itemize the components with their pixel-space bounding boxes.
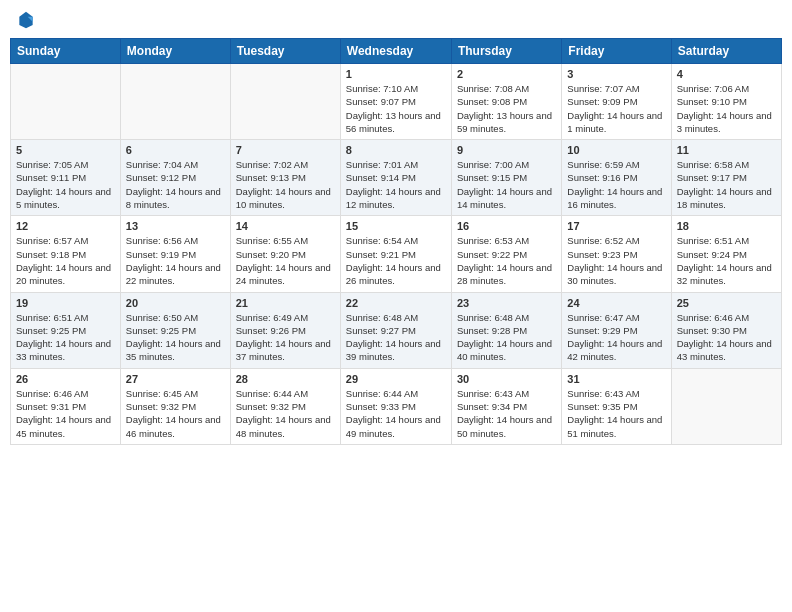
day-info: Sunrise: 7:06 AM Sunset: 9:10 PM Dayligh… — [677, 82, 776, 135]
calendar-cell: 17Sunrise: 6:52 AM Sunset: 9:23 PM Dayli… — [562, 216, 671, 292]
calendar-cell: 27Sunrise: 6:45 AM Sunset: 9:32 PM Dayli… — [120, 368, 230, 444]
day-info: Sunrise: 6:46 AM Sunset: 9:30 PM Dayligh… — [677, 311, 776, 364]
calendar-cell: 7Sunrise: 7:02 AM Sunset: 9:13 PM Daylig… — [230, 140, 340, 216]
calendar-cell: 19Sunrise: 6:51 AM Sunset: 9:25 PM Dayli… — [11, 292, 121, 368]
day-number: 8 — [346, 144, 446, 156]
day-info: Sunrise: 6:52 AM Sunset: 9:23 PM Dayligh… — [567, 234, 665, 287]
weekday-header-friday: Friday — [562, 39, 671, 64]
logo-icon — [16, 10, 36, 30]
day-info: Sunrise: 6:57 AM Sunset: 9:18 PM Dayligh… — [16, 234, 115, 287]
day-number: 29 — [346, 373, 446, 385]
weekday-header-row: SundayMondayTuesdayWednesdayThursdayFrid… — [11, 39, 782, 64]
calendar-cell: 11Sunrise: 6:58 AM Sunset: 9:17 PM Dayli… — [671, 140, 781, 216]
calendar-cell: 25Sunrise: 6:46 AM Sunset: 9:30 PM Dayli… — [671, 292, 781, 368]
day-number: 15 — [346, 220, 446, 232]
day-number: 6 — [126, 144, 225, 156]
calendar-cell: 5Sunrise: 7:05 AM Sunset: 9:11 PM Daylig… — [11, 140, 121, 216]
day-info: Sunrise: 7:02 AM Sunset: 9:13 PM Dayligh… — [236, 158, 335, 211]
calendar-cell — [230, 64, 340, 140]
calendar-cell — [11, 64, 121, 140]
day-number: 4 — [677, 68, 776, 80]
day-number: 14 — [236, 220, 335, 232]
calendar-week-row: 12Sunrise: 6:57 AM Sunset: 9:18 PM Dayli… — [11, 216, 782, 292]
calendar-cell: 8Sunrise: 7:01 AM Sunset: 9:14 PM Daylig… — [340, 140, 451, 216]
day-info: Sunrise: 6:58 AM Sunset: 9:17 PM Dayligh… — [677, 158, 776, 211]
day-info: Sunrise: 6:45 AM Sunset: 9:32 PM Dayligh… — [126, 387, 225, 440]
logo — [14, 10, 36, 30]
day-number: 31 — [567, 373, 665, 385]
weekday-header-monday: Monday — [120, 39, 230, 64]
calendar-cell: 4Sunrise: 7:06 AM Sunset: 9:10 PM Daylig… — [671, 64, 781, 140]
day-number: 11 — [677, 144, 776, 156]
day-info: Sunrise: 7:05 AM Sunset: 9:11 PM Dayligh… — [16, 158, 115, 211]
calendar-cell: 10Sunrise: 6:59 AM Sunset: 9:16 PM Dayli… — [562, 140, 671, 216]
calendar-cell: 28Sunrise: 6:44 AM Sunset: 9:32 PM Dayli… — [230, 368, 340, 444]
day-number: 5 — [16, 144, 115, 156]
day-info: Sunrise: 6:59 AM Sunset: 9:16 PM Dayligh… — [567, 158, 665, 211]
day-info: Sunrise: 6:44 AM Sunset: 9:32 PM Dayligh… — [236, 387, 335, 440]
calendar-cell: 9Sunrise: 7:00 AM Sunset: 9:15 PM Daylig… — [451, 140, 561, 216]
day-number: 25 — [677, 297, 776, 309]
day-info: Sunrise: 7:04 AM Sunset: 9:12 PM Dayligh… — [126, 158, 225, 211]
day-info: Sunrise: 6:47 AM Sunset: 9:29 PM Dayligh… — [567, 311, 665, 364]
day-number: 3 — [567, 68, 665, 80]
weekday-header-sunday: Sunday — [11, 39, 121, 64]
day-number: 12 — [16, 220, 115, 232]
day-info: Sunrise: 6:51 AM Sunset: 9:24 PM Dayligh… — [677, 234, 776, 287]
calendar-cell: 16Sunrise: 6:53 AM Sunset: 9:22 PM Dayli… — [451, 216, 561, 292]
day-number: 7 — [236, 144, 335, 156]
day-number: 28 — [236, 373, 335, 385]
weekday-header-wednesday: Wednesday — [340, 39, 451, 64]
calendar-cell: 29Sunrise: 6:44 AM Sunset: 9:33 PM Dayli… — [340, 368, 451, 444]
day-info: Sunrise: 6:44 AM Sunset: 9:33 PM Dayligh… — [346, 387, 446, 440]
calendar-cell: 30Sunrise: 6:43 AM Sunset: 9:34 PM Dayli… — [451, 368, 561, 444]
day-number: 9 — [457, 144, 556, 156]
calendar-cell: 1Sunrise: 7:10 AM Sunset: 9:07 PM Daylig… — [340, 64, 451, 140]
calendar-cell: 12Sunrise: 6:57 AM Sunset: 9:18 PM Dayli… — [11, 216, 121, 292]
day-info: Sunrise: 7:01 AM Sunset: 9:14 PM Dayligh… — [346, 158, 446, 211]
calendar-week-row: 26Sunrise: 6:46 AM Sunset: 9:31 PM Dayli… — [11, 368, 782, 444]
calendar-cell: 26Sunrise: 6:46 AM Sunset: 9:31 PM Dayli… — [11, 368, 121, 444]
day-info: Sunrise: 7:08 AM Sunset: 9:08 PM Dayligh… — [457, 82, 556, 135]
calendar-cell — [120, 64, 230, 140]
day-number: 23 — [457, 297, 556, 309]
calendar-table: SundayMondayTuesdayWednesdayThursdayFrid… — [10, 38, 782, 445]
weekday-header-thursday: Thursday — [451, 39, 561, 64]
calendar-cell: 20Sunrise: 6:50 AM Sunset: 9:25 PM Dayli… — [120, 292, 230, 368]
calendar-cell: 22Sunrise: 6:48 AM Sunset: 9:27 PM Dayli… — [340, 292, 451, 368]
day-number: 20 — [126, 297, 225, 309]
day-number: 26 — [16, 373, 115, 385]
day-info: Sunrise: 7:07 AM Sunset: 9:09 PM Dayligh… — [567, 82, 665, 135]
day-info: Sunrise: 6:49 AM Sunset: 9:26 PM Dayligh… — [236, 311, 335, 364]
calendar-cell: 23Sunrise: 6:48 AM Sunset: 9:28 PM Dayli… — [451, 292, 561, 368]
day-number: 1 — [346, 68, 446, 80]
calendar-cell: 15Sunrise: 6:54 AM Sunset: 9:21 PM Dayli… — [340, 216, 451, 292]
calendar-cell — [671, 368, 781, 444]
day-number: 13 — [126, 220, 225, 232]
day-number: 21 — [236, 297, 335, 309]
day-number: 27 — [126, 373, 225, 385]
calendar-cell: 24Sunrise: 6:47 AM Sunset: 9:29 PM Dayli… — [562, 292, 671, 368]
day-number: 18 — [677, 220, 776, 232]
day-number: 30 — [457, 373, 556, 385]
day-info: Sunrise: 6:43 AM Sunset: 9:34 PM Dayligh… — [457, 387, 556, 440]
calendar-week-row: 19Sunrise: 6:51 AM Sunset: 9:25 PM Dayli… — [11, 292, 782, 368]
calendar-cell: 14Sunrise: 6:55 AM Sunset: 9:20 PM Dayli… — [230, 216, 340, 292]
day-info: Sunrise: 6:53 AM Sunset: 9:22 PM Dayligh… — [457, 234, 556, 287]
calendar-cell: 3Sunrise: 7:07 AM Sunset: 9:09 PM Daylig… — [562, 64, 671, 140]
day-number: 22 — [346, 297, 446, 309]
page-header — [10, 10, 782, 30]
day-info: Sunrise: 7:10 AM Sunset: 9:07 PM Dayligh… — [346, 82, 446, 135]
day-info: Sunrise: 7:00 AM Sunset: 9:15 PM Dayligh… — [457, 158, 556, 211]
calendar-cell: 18Sunrise: 6:51 AM Sunset: 9:24 PM Dayli… — [671, 216, 781, 292]
day-info: Sunrise: 6:56 AM Sunset: 9:19 PM Dayligh… — [126, 234, 225, 287]
calendar-cell: 21Sunrise: 6:49 AM Sunset: 9:26 PM Dayli… — [230, 292, 340, 368]
day-info: Sunrise: 6:46 AM Sunset: 9:31 PM Dayligh… — [16, 387, 115, 440]
calendar-cell: 13Sunrise: 6:56 AM Sunset: 9:19 PM Dayli… — [120, 216, 230, 292]
day-info: Sunrise: 6:48 AM Sunset: 9:27 PM Dayligh… — [346, 311, 446, 364]
day-info: Sunrise: 6:51 AM Sunset: 9:25 PM Dayligh… — [16, 311, 115, 364]
day-info: Sunrise: 6:50 AM Sunset: 9:25 PM Dayligh… — [126, 311, 225, 364]
calendar-cell: 2Sunrise: 7:08 AM Sunset: 9:08 PM Daylig… — [451, 64, 561, 140]
day-info: Sunrise: 6:43 AM Sunset: 9:35 PM Dayligh… — [567, 387, 665, 440]
day-number: 2 — [457, 68, 556, 80]
